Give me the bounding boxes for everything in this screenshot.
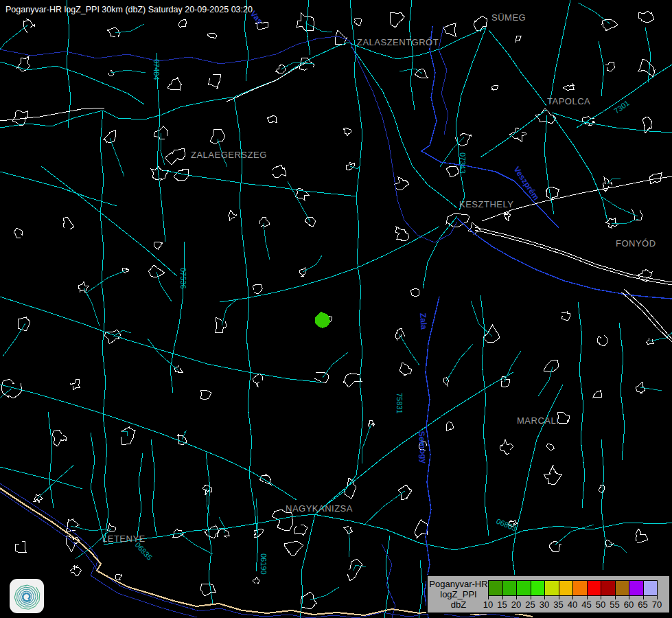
legend-color-cell — [559, 580, 574, 596]
settlement-outline — [500, 439, 513, 455]
minor-road — [38, 465, 74, 499]
minor-road — [219, 517, 224, 533]
settlement-outline — [272, 165, 286, 177]
hurricane-logo-icon — [10, 579, 45, 615]
settlement-outline — [148, 265, 165, 277]
settlement-outline — [605, 62, 615, 71]
settlement-outline — [253, 284, 262, 294]
settlement-outline — [253, 577, 259, 584]
radar-map: VeszprémSomogyZalaVas 073430740407536758… — [0, 0, 672, 618]
minor-road — [364, 491, 405, 525]
minor-road — [310, 587, 339, 600]
minor-road — [640, 387, 662, 391]
spiral-segment — [28, 600, 30, 602]
settlement-outline — [12, 110, 27, 125]
legend-color-cell — [601, 580, 616, 596]
settlement-outline — [154, 126, 167, 139]
settlement-outline — [483, 324, 500, 342]
city-outline — [335, 30, 347, 44]
minor-road — [222, 299, 237, 325]
settlement-outline — [509, 128, 526, 141]
legend-color-cell — [544, 580, 559, 596]
minor-road — [446, 344, 473, 381]
minor-road — [305, 23, 332, 32]
legend-product: logZ_PPI — [429, 589, 488, 599]
settlement-outline — [14, 228, 22, 238]
minor-road — [84, 288, 100, 326]
legend-tick-label: 60 — [621, 599, 636, 610]
city-outline — [557, 412, 570, 423]
minor-road — [86, 271, 126, 293]
road-number-label: 07404 — [152, 59, 161, 80]
county-boundaries — [421, 26, 672, 618]
settlement-outline — [299, 268, 305, 276]
spiral-segment — [30, 597, 30, 598]
spiral-segment — [28, 593, 30, 595]
settlement-outline — [254, 529, 264, 537]
legend-color-cell — [587, 580, 602, 596]
settlement-outline — [605, 540, 613, 547]
minor-road — [148, 339, 178, 370]
legend-tick-label: 40 — [565, 599, 580, 610]
city-label: KESZTHELY — [459, 199, 513, 209]
settlement-outline — [15, 541, 26, 552]
minor-road — [399, 334, 419, 365]
minor-road — [122, 431, 128, 436]
spiral-segment — [23, 594, 25, 595]
settlement-outline — [267, 115, 277, 123]
settlement-outline — [398, 485, 412, 500]
city-outline — [446, 165, 459, 177]
legend-tick-label: 15 — [495, 599, 510, 610]
spiral-segment — [23, 597, 23, 599]
county-labels: VeszprémSomogyZalaVas — [248, 9, 542, 464]
boundary-path — [421, 26, 672, 618]
legend-color-cell — [516, 580, 531, 596]
spiral-segment — [24, 591, 27, 592]
legend-tick-label: 50 — [593, 599, 608, 610]
city-label: MARCALI — [517, 415, 559, 426]
settlement-outline — [63, 217, 74, 229]
settlement-outline — [217, 529, 229, 537]
settlement-outline — [343, 128, 351, 136]
settlement-outline — [368, 420, 375, 426]
spiral-segment — [39, 593, 40, 601]
radar-echo — [315, 312, 330, 328]
spiral-segment — [28, 598, 30, 599]
settlement-outline — [343, 526, 353, 533]
settlement-outline — [394, 177, 409, 190]
city-outline — [446, 213, 470, 227]
spiral-segment — [17, 593, 18, 599]
settlement-outline — [23, 19, 34, 33]
legend-color-cell — [502, 580, 518, 596]
legend-text: Poganyvar-HR logZ_PPI dbZ — [429, 579, 488, 610]
road-number-label: 7301 — [612, 99, 631, 115]
road-path — [423, 0, 672, 611]
legend-color-cell — [488, 580, 503, 596]
legend-tick-label: 45 — [579, 599, 594, 610]
minor-road — [161, 133, 165, 165]
city-outline — [284, 541, 303, 555]
settlement-outline — [546, 444, 555, 450]
spiral-segment — [25, 593, 27, 594]
city-outline — [205, 525, 218, 538]
settlement-outline — [347, 559, 362, 581]
settlement-outline — [78, 282, 89, 293]
city-label: ZALAEGERSZEG — [191, 150, 267, 160]
settlement-outline — [18, 317, 30, 331]
legend-tick-label: 30 — [537, 599, 552, 610]
city-label: SÜMEG — [491, 12, 526, 23]
settlement-outline — [200, 390, 211, 400]
legend-color-scale — [488, 580, 658, 596]
city-label: NAGYKANIZSA — [286, 503, 353, 514]
settlement-outline — [207, 33, 217, 38]
settlement-outline — [395, 328, 405, 341]
minor-road — [264, 223, 270, 260]
settlement-outline — [210, 129, 225, 144]
legend-tick-label: 20 — [509, 599, 524, 610]
settlement-outline — [70, 379, 80, 390]
minor-road — [288, 181, 310, 222]
city-label: ZALASZENTGRÓT — [357, 37, 439, 47]
minor-road — [399, 69, 422, 73]
settlement-outline — [549, 541, 561, 552]
city-label: TAPOLCA — [547, 96, 590, 106]
